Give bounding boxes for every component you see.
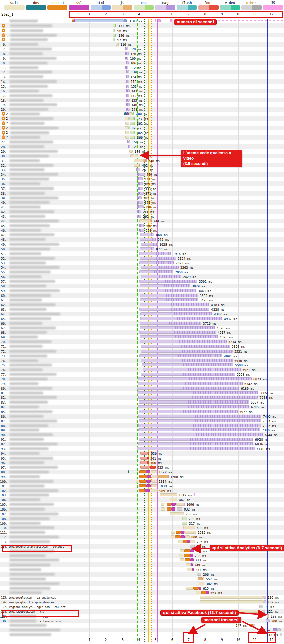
request-row[interactable]: 59.3443 ms xyxy=(0,288,284,293)
request-row[interactable]: 96.500 ms xyxy=(0,460,284,465)
request-row[interactable]: 91.6928 ms xyxy=(0,437,284,442)
request-row[interactable]: 39.282 ms xyxy=(0,196,284,200)
request-row[interactable]: ✕146 ms xyxy=(0,33,284,38)
request-row[interactable]: 113 ms xyxy=(0,632,284,637)
request-row[interactable]: 47.868 ms xyxy=(0,232,284,237)
request-row[interactable]: 12.139 ms xyxy=(0,70,284,74)
request-row[interactable]: 108.293 ms xyxy=(0,516,284,521)
request-row[interactable]: 106.932 ms xyxy=(0,507,284,512)
request-row[interactable]: 85.5977 ms xyxy=(0,409,284,414)
request-row[interactable]: 552 ms xyxy=(0,577,284,581)
request-row[interactable]: 81.7324 ms xyxy=(0,391,284,395)
request-row[interactable]: 27.156 ms xyxy=(0,140,284,144)
request-row[interactable]: 48.972 ms xyxy=(0,237,284,242)
request-row[interactable]: 68.4617 ms xyxy=(0,330,284,335)
request-row[interactable]: 100.1014 ms xyxy=(0,479,284,484)
request-row[interactable]: 82.7208 ms xyxy=(0,395,284,400)
request-row[interactable]: 104.467 ms xyxy=(0,497,284,502)
request-row[interactable]: 63.4228 ms xyxy=(0,307,284,312)
request-row[interactable]: 28.121 ms xyxy=(0,144,284,149)
request-row[interactable]: 109.317 ms xyxy=(0,521,284,526)
request-row[interactable]: 97.925 ms xyxy=(0,465,284,470)
request-row[interactable]: 33.261 ms xyxy=(0,167,284,172)
request-row[interactable]: 554 ms xyxy=(0,590,284,595)
request-row[interactable]: 18.155 ms xyxy=(0,98,284,103)
request-row[interactable]: 127. region1.analyt...ogle.com - collect… xyxy=(0,604,284,609)
request-row[interactable]: ✕97 ms xyxy=(0,37,284,42)
request-row[interactable]: 45.260 ms xyxy=(0,223,284,228)
request-row[interactable]: 110.693 ms xyxy=(0,525,284,530)
request-row[interactable]: 130.- favicon.ico200 ms xyxy=(0,619,284,623)
request-row[interactable]: 94.536 ms xyxy=(0,451,284,456)
request-name[interactable]: 125. www.google.com - ga-audiences xyxy=(1,596,56,599)
request-row[interactable]: 19.146 ms xyxy=(0,102,284,107)
request-row[interactable]: 615 ms xyxy=(0,586,284,591)
request-row[interactable]: 101.1034 ms xyxy=(0,484,284,488)
request-row[interactable]: 14.119 ms xyxy=(0,79,284,84)
request-row[interactable]: 105.1096 ms xyxy=(0,502,284,507)
request-name[interactable]: 126. www.google.it - ga-audiences xyxy=(1,601,54,604)
request-row[interactable]: ✕96 ms xyxy=(0,28,284,33)
request-row[interactable]: ✕2361 ms xyxy=(0,121,284,126)
request-row[interactable]: 89.7340 ms xyxy=(0,428,284,432)
request-row[interactable]: 70.5234 ms xyxy=(0,339,284,344)
request-row[interactable]: 249 ms xyxy=(0,562,284,567)
request-row[interactable]: 64.4342 ms xyxy=(0,312,284,316)
request-row[interactable]: 88.7386 ms xyxy=(0,423,284,428)
request-row[interactable]: 51.1916 ms xyxy=(0,251,284,256)
request-row[interactable]: 17.112 ms xyxy=(0,93,284,98)
request-name[interactable]: 127. region1.analyt...ogle.com - collect xyxy=(1,605,66,609)
request-row[interactable]: 58.3029 ms xyxy=(0,284,284,288)
request-row[interactable]: 86.7405 ms xyxy=(0,414,284,419)
request-row[interactable]: 113.705 ms xyxy=(0,539,284,544)
request-row[interactable]: 69.4695 ms xyxy=(0,335,284,339)
request-row[interactable]: 112.800 ms xyxy=(0,535,284,539)
request-row[interactable]: 13.124 ms xyxy=(0,74,284,79)
request-row[interactable]: 7.128 ms xyxy=(0,47,284,51)
request-row[interactable]: 103.1019 ms xyxy=(0,493,284,497)
request-row[interactable]: 98.1022 ms xyxy=(0,470,284,474)
request-row[interactable]: 206 ms xyxy=(0,572,284,577)
request-row[interactable]: 67.4526 ms xyxy=(0,326,284,330)
request-row[interactable]: 92.6936 ms xyxy=(0,442,284,446)
request-row[interactable]: ✕2489 ms xyxy=(0,112,284,116)
request-row[interactable]: 126. www.google.it - ga-audiences109 ms xyxy=(0,600,284,604)
request-row[interactable]: 15.153 ms xyxy=(0,84,284,89)
request-row[interactable]: 66.3716 ms xyxy=(0,321,284,326)
request-row[interactable]: 16.143 ms xyxy=(0,89,284,93)
request-row[interactable]: 54.2263 ms xyxy=(0,265,284,270)
request-row[interactable]: 49.1028 ms xyxy=(0,242,284,247)
request-row[interactable]: 55.2050 ms xyxy=(0,270,284,274)
request-row[interactable]: 359 ms xyxy=(0,628,284,632)
request-row[interactable]: 11.112 ms xyxy=(0,65,284,70)
request-row[interactable]: 703 ms xyxy=(0,553,284,558)
request-row[interactable]: 90.7444 ms xyxy=(0,432,284,437)
request-row[interactable]: 44.744 ms xyxy=(0,219,284,223)
request-row[interactable]: 107.230 ms xyxy=(0,512,284,516)
request-row[interactable]: 53.2093 ms xyxy=(0,261,284,265)
request-row[interactable]: 77.5668 ms xyxy=(0,372,284,377)
request-row[interactable]: 65.4937 ms xyxy=(0,316,284,321)
request-row[interactable]: 83.6657 ms xyxy=(0,400,284,405)
request-row[interactable]: 231 ms xyxy=(0,567,284,572)
request-row[interactable]: 71.5360 ms xyxy=(0,344,284,349)
request-row[interactable]: 95.501 ms xyxy=(0,456,284,461)
request-row[interactable]: 84.6745 ms xyxy=(0,405,284,409)
request-row[interactable]: 36.169 ms xyxy=(0,181,284,186)
request-row[interactable]: 125. www.google.com - ga-audiences106 ms xyxy=(0,595,284,600)
request-row[interactable]: 43.261 ms xyxy=(0,214,284,219)
request-row[interactable]: 102.989 ms xyxy=(0,488,284,493)
request-row[interactable]: 74.5530 ms xyxy=(0,358,284,363)
request-row[interactable]: 57.3501 ms xyxy=(0,279,284,284)
request-row[interactable]: ✕2365 ms xyxy=(0,130,284,135)
request-row[interactable]: 247 ms xyxy=(0,623,284,628)
request-row[interactable]: 78.6871 ms xyxy=(0,377,284,381)
request-row[interactable]: 46.290 ms xyxy=(0,228,284,233)
request-row[interactable]: 34.449 ms xyxy=(0,172,284,177)
request-row[interactable]: 37.333 ms xyxy=(0,186,284,191)
request-row[interactable]: 111.1205 ms xyxy=(0,530,284,535)
request-row[interactable]: 40.370 ms xyxy=(0,200,284,205)
request-row[interactable]: 42.241 ms xyxy=(0,209,284,214)
request-row[interactable]: 87.7364 ms xyxy=(0,419,284,423)
request-row[interactable]: 93.7140 ms xyxy=(0,446,284,451)
